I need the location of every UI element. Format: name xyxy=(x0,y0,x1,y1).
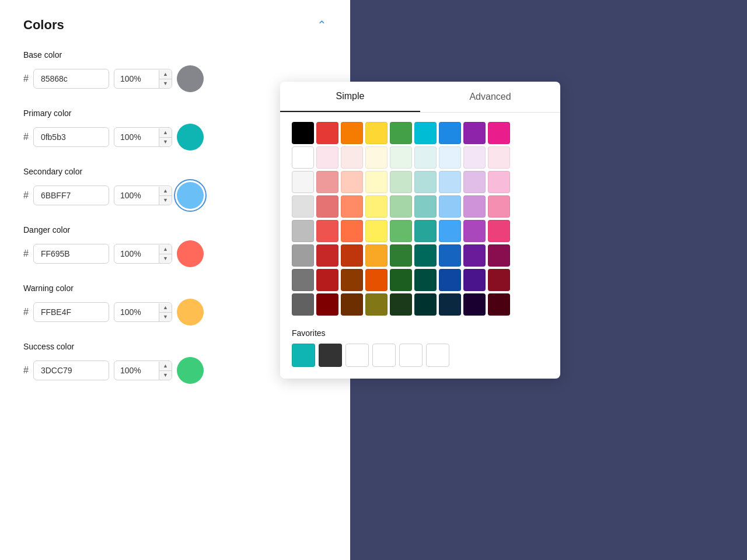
swatch-r4-4[interactable] xyxy=(390,195,412,218)
swatch-r7-5[interactable] xyxy=(414,269,437,291)
swatch-purple[interactable] xyxy=(463,122,486,144)
swatch-r6-8[interactable] xyxy=(488,244,510,267)
swatch-r8-8[interactable] xyxy=(488,293,510,316)
tab-advanced[interactable]: Advanced xyxy=(420,82,560,112)
swatch-r3-6[interactable] xyxy=(439,171,461,193)
swatch-r6-1[interactable] xyxy=(316,244,338,267)
swatch-r2-8[interactable] xyxy=(488,146,510,169)
swatch-r3-0[interactable] xyxy=(292,171,314,193)
swatch-r4-6[interactable] xyxy=(439,195,461,218)
fav-swatch-2[interactable] xyxy=(319,344,342,367)
danger-color-swatch[interactable] xyxy=(177,240,204,267)
swatch-r4-1[interactable] xyxy=(316,195,338,218)
swatch-r8-3[interactable] xyxy=(365,293,388,316)
swatch-r7-8[interactable] xyxy=(488,269,510,291)
swatch-r7-3[interactable] xyxy=(365,269,388,291)
swatch-r7-0[interactable] xyxy=(292,269,314,291)
swatch-r2-4[interactable] xyxy=(390,146,412,169)
fav-swatch-6[interactable] xyxy=(426,344,449,367)
swatch-r8-1[interactable] xyxy=(316,293,338,316)
swatch-r4-0[interactable] xyxy=(292,195,314,218)
swatch-r6-2[interactable] xyxy=(341,244,363,267)
collapse-button[interactable]: ⌃ xyxy=(317,18,327,32)
success-color-swatch[interactable] xyxy=(177,357,204,384)
swatch-r2-3[interactable] xyxy=(365,146,388,169)
success-color-down[interactable]: ▼ xyxy=(159,371,172,380)
swatch-r6-0[interactable] xyxy=(292,244,314,267)
secondary-color-down[interactable]: ▼ xyxy=(159,196,172,205)
swatch-r2-1[interactable] xyxy=(316,146,338,169)
swatch-r8-6[interactable] xyxy=(439,293,461,316)
swatch-r5-4[interactable] xyxy=(390,220,412,242)
swatch-r5-2[interactable] xyxy=(341,220,363,242)
swatch-r4-8[interactable] xyxy=(488,195,510,218)
warning-color-hex-input[interactable] xyxy=(33,302,109,322)
tab-simple[interactable]: Simple xyxy=(280,82,420,112)
swatch-cyan[interactable] xyxy=(414,122,437,144)
secondary-color-up[interactable]: ▲ xyxy=(159,187,172,196)
swatch-r7-1[interactable] xyxy=(316,269,338,291)
base-color-swatch[interactable] xyxy=(177,65,204,92)
fav-swatch-3[interactable] xyxy=(345,344,369,367)
swatch-r4-7[interactable] xyxy=(463,195,486,218)
swatch-green[interactable] xyxy=(390,122,412,144)
swatch-r4-3[interactable] xyxy=(365,195,388,218)
swatch-r5-0[interactable] xyxy=(292,220,314,242)
swatch-r3-8[interactable] xyxy=(488,171,510,193)
success-color-hex-input[interactable] xyxy=(33,360,109,380)
swatch-r4-5[interactable] xyxy=(414,195,437,218)
swatch-r3-1[interactable] xyxy=(316,171,338,193)
swatch-r3-4[interactable] xyxy=(390,171,412,193)
swatch-r8-0[interactable] xyxy=(292,293,314,316)
base-color-hex-input[interactable] xyxy=(33,69,109,89)
swatch-r7-7[interactable] xyxy=(463,269,486,291)
swatch-r7-2[interactable] xyxy=(341,269,363,291)
secondary-color-swatch[interactable] xyxy=(177,182,204,209)
primary-color-down[interactable]: ▼ xyxy=(159,138,172,146)
swatch-r5-8[interactable] xyxy=(488,220,510,242)
swatch-r7-4[interactable] xyxy=(390,269,412,291)
swatch-red[interactable] xyxy=(316,122,338,144)
swatch-r6-7[interactable] xyxy=(463,244,486,267)
swatch-r8-4[interactable] xyxy=(390,293,412,316)
swatch-r3-7[interactable] xyxy=(463,171,486,193)
swatch-orange[interactable] xyxy=(341,122,363,144)
swatch-r6-5[interactable] xyxy=(414,244,437,267)
swatch-black[interactable] xyxy=(292,122,314,144)
swatch-r6-4[interactable] xyxy=(390,244,412,267)
base-color-down[interactable]: ▼ xyxy=(159,79,172,88)
swatch-r5-5[interactable] xyxy=(414,220,437,242)
swatch-blue[interactable] xyxy=(439,122,461,144)
warning-color-down[interactable]: ▼ xyxy=(159,313,172,321)
swatch-r7-6[interactable] xyxy=(439,269,461,291)
swatch-r5-6[interactable] xyxy=(439,220,461,242)
danger-color-down[interactable]: ▼ xyxy=(159,254,172,263)
swatch-r3-2[interactable] xyxy=(341,171,363,193)
danger-color-hex-input[interactable] xyxy=(33,244,109,264)
swatch-r2-2[interactable] xyxy=(341,146,363,169)
swatch-r3-5[interactable] xyxy=(414,171,437,193)
secondary-color-hex-input[interactable] xyxy=(33,186,109,205)
swatch-r5-1[interactable] xyxy=(316,220,338,242)
fav-swatch-4[interactable] xyxy=(372,344,396,367)
swatch-r3-3[interactable] xyxy=(365,171,388,193)
swatch-r5-3[interactable] xyxy=(365,220,388,242)
swatch-r5-7[interactable] xyxy=(463,220,486,242)
swatch-r4-2[interactable] xyxy=(341,195,363,218)
primary-color-hex-input[interactable] xyxy=(33,127,109,147)
swatch-r6-6[interactable] xyxy=(439,244,461,267)
swatch-r8-5[interactable] xyxy=(414,293,437,316)
fav-swatch-1[interactable] xyxy=(292,344,315,367)
warning-color-up[interactable]: ▲ xyxy=(159,303,172,313)
swatch-r8-2[interactable] xyxy=(341,293,363,316)
warning-color-swatch[interactable] xyxy=(177,299,204,326)
swatch-pink[interactable] xyxy=(488,122,510,144)
primary-color-up[interactable]: ▲ xyxy=(159,128,172,138)
swatch-r2-5[interactable] xyxy=(414,146,437,169)
primary-color-swatch[interactable] xyxy=(177,124,204,150)
swatch-r6-3[interactable] xyxy=(365,244,388,267)
fav-swatch-5[interactable] xyxy=(399,344,423,367)
swatch-yellow[interactable] xyxy=(365,122,388,144)
swatch-r2-7[interactable] xyxy=(463,146,486,169)
swatch-r8-7[interactable] xyxy=(463,293,486,316)
